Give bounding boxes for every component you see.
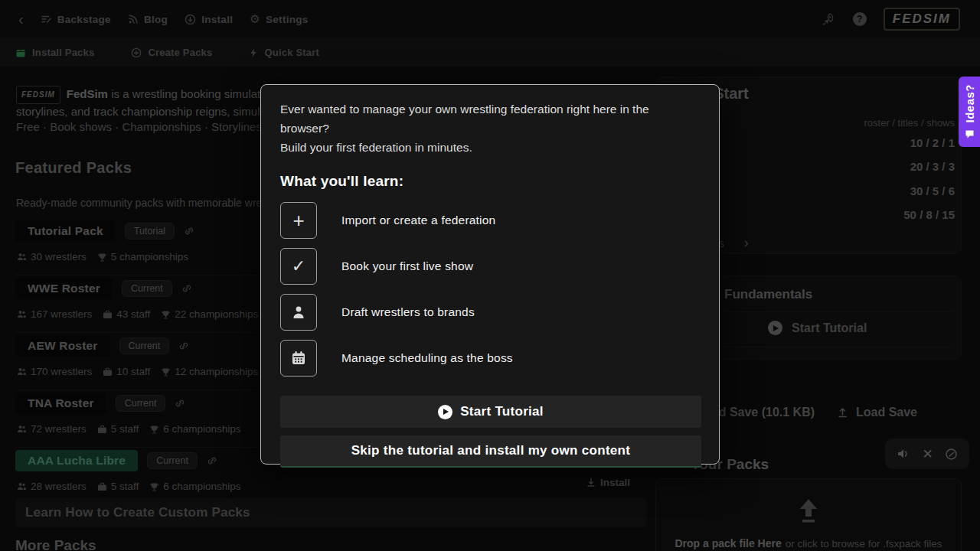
- start-tutorial-button[interactable]: Start Tutorial: [280, 396, 701, 428]
- plus-icon: +: [280, 202, 317, 239]
- tutorial-modal: Ever wanted to manage your own wrestling…: [260, 84, 720, 465]
- modal-intro: Ever wanted to manage your own wrestling…: [280, 99, 700, 157]
- learn-item-label: Draft wrestlers to brands: [341, 305, 475, 319]
- check-icon: ✓: [280, 248, 317, 285]
- speech-bubble-icon: [965, 129, 975, 139]
- ideas-feedback-tab[interactable]: Ideas?: [959, 77, 980, 147]
- learn-item-label: Import or create a federation: [341, 214, 495, 227]
- learn-item-schedule: Manage scheduling as the boss: [280, 340, 700, 377]
- ideas-label: Ideas?: [963, 84, 976, 123]
- learn-item-book: ✓ Book your first live show: [280, 248, 700, 285]
- learn-item-label: Book your first live show: [341, 259, 473, 273]
- person-icon: [280, 294, 317, 331]
- learn-item-draft: Draft wrestlers to brands: [280, 294, 700, 331]
- app-window: ‹ Backstage Blog Install ⚙ Settings ? FE…: [0, 0, 980, 551]
- learn-item-import: + Import or create a federation: [280, 202, 700, 239]
- start-tutorial-label: Start Tutorial: [460, 404, 544, 419]
- learn-item-label: Manage scheduling as the boss: [341, 351, 513, 365]
- what-youll-learn-heading: What you'll learn:: [280, 173, 700, 190]
- skip-tutorial-button[interactable]: Skip the tutorial and install my own con…: [280, 435, 701, 468]
- calendar-icon: [280, 340, 317, 377]
- play-icon: [438, 405, 452, 419]
